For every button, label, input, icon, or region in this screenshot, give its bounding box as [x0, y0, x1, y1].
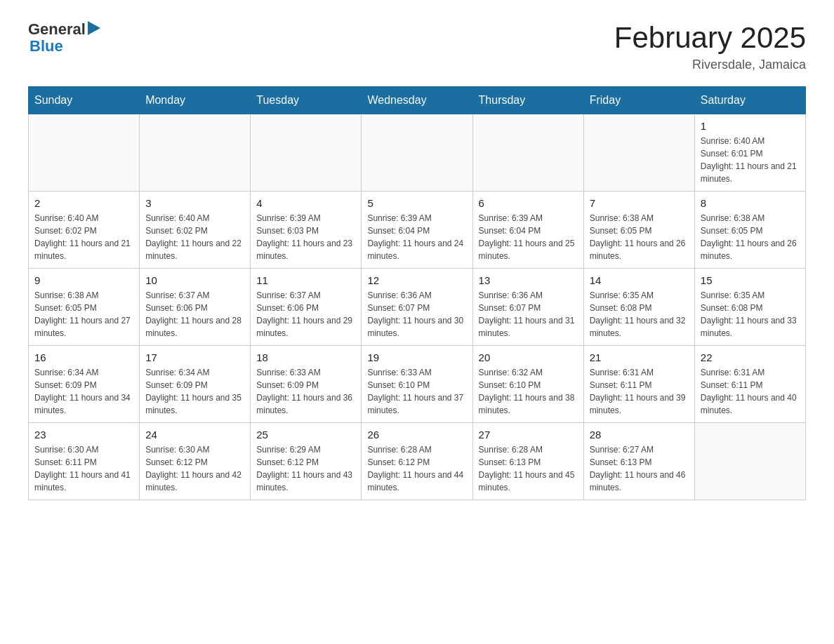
calendar-cell: 21Sunrise: 6:31 AMSunset: 6:11 PMDayligh…	[583, 346, 694, 423]
calendar-cell	[583, 114, 694, 192]
day-number: 10	[145, 274, 244, 286]
day-number: 24	[145, 429, 244, 441]
day-number: 1	[701, 120, 800, 132]
calendar-cell: 9Sunrise: 6:38 AMSunset: 6:05 PMDaylight…	[29, 269, 140, 346]
calendar-cell: 6Sunrise: 6:39 AMSunset: 6:04 PMDaylight…	[472, 192, 583, 269]
week-row-4: 16Sunrise: 6:34 AMSunset: 6:09 PMDayligh…	[29, 346, 806, 423]
calendar-cell: 11Sunrise: 6:37 AMSunset: 6:06 PMDayligh…	[251, 269, 362, 346]
calendar-cell: 10Sunrise: 6:37 AMSunset: 6:06 PMDayligh…	[140, 269, 251, 346]
day-info: Sunrise: 6:31 AMSunset: 6:11 PMDaylight:…	[590, 366, 689, 417]
day-info: Sunrise: 6:38 AMSunset: 6:05 PMDaylight:…	[34, 289, 133, 340]
calendar-cell: 28Sunrise: 6:27 AMSunset: 6:13 PMDayligh…	[583, 423, 694, 500]
day-info: Sunrise: 6:39 AMSunset: 6:04 PMDaylight:…	[367, 212, 466, 262]
calendar-cell: 12Sunrise: 6:36 AMSunset: 6:07 PMDayligh…	[362, 269, 472, 346]
day-info: Sunrise: 6:35 AMSunset: 6:08 PMDaylight:…	[590, 289, 689, 340]
day-header-saturday: Saturday	[694, 87, 805, 114]
day-info: Sunrise: 6:40 AMSunset: 6:02 PMDaylight:…	[145, 212, 244, 262]
day-info: Sunrise: 6:34 AMSunset: 6:09 PMDaylight:…	[34, 366, 133, 417]
calendar-cell: 26Sunrise: 6:28 AMSunset: 6:12 PMDayligh…	[362, 423, 472, 500]
day-number: 17	[145, 351, 244, 363]
day-info: Sunrise: 6:28 AMSunset: 6:12 PMDaylight:…	[367, 443, 466, 494]
day-number: 16	[34, 351, 133, 363]
day-number: 2	[34, 197, 133, 209]
page-header: General Blue February 2025 Riversdale, J…	[28, 21, 806, 72]
calendar-cell: 1Sunrise: 6:40 AMSunset: 6:01 PMDaylight…	[694, 114, 805, 192]
day-info: Sunrise: 6:29 AMSunset: 6:12 PMDaylight:…	[256, 443, 355, 494]
day-number: 23	[34, 429, 133, 441]
month-title: February 2025	[614, 21, 806, 55]
day-number: 5	[367, 197, 466, 209]
day-info: Sunrise: 6:35 AMSunset: 6:08 PMDaylight:…	[701, 289, 800, 340]
calendar-cell	[140, 114, 251, 192]
day-number: 22	[701, 351, 800, 363]
day-info: Sunrise: 6:30 AMSunset: 6:11 PMDaylight:…	[34, 443, 133, 494]
logo-blue-text: Blue	[29, 38, 100, 55]
day-number: 26	[367, 429, 466, 441]
day-info: Sunrise: 6:37 AMSunset: 6:06 PMDaylight:…	[256, 289, 355, 340]
calendar-cell: 13Sunrise: 6:36 AMSunset: 6:07 PMDayligh…	[472, 269, 583, 346]
day-number: 18	[256, 351, 355, 363]
calendar-cell: 27Sunrise: 6:28 AMSunset: 6:13 PMDayligh…	[472, 423, 583, 500]
day-number: 14	[590, 274, 689, 286]
week-row-1: 1Sunrise: 6:40 AMSunset: 6:01 PMDaylight…	[29, 114, 806, 192]
day-header-tuesday: Tuesday	[251, 87, 362, 114]
calendar-cell: 15Sunrise: 6:35 AMSunset: 6:08 PMDayligh…	[694, 269, 805, 346]
day-number: 3	[145, 197, 244, 209]
day-info: Sunrise: 6:38 AMSunset: 6:05 PMDaylight:…	[701, 212, 800, 262]
calendar-cell: 20Sunrise: 6:32 AMSunset: 6:10 PMDayligh…	[472, 346, 583, 423]
day-info: Sunrise: 6:33 AMSunset: 6:10 PMDaylight:…	[367, 366, 466, 417]
logo-arrow-icon	[88, 21, 100, 35]
calendar-cell: 2Sunrise: 6:40 AMSunset: 6:02 PMDaylight…	[29, 192, 140, 269]
calendar-cell: 14Sunrise: 6:35 AMSunset: 6:08 PMDayligh…	[583, 269, 694, 346]
calendar-cell: 5Sunrise: 6:39 AMSunset: 6:04 PMDaylight…	[362, 192, 472, 269]
day-number: 8	[701, 197, 800, 209]
svg-marker-0	[88, 21, 100, 35]
week-row-2: 2Sunrise: 6:40 AMSunset: 6:02 PMDaylight…	[29, 192, 806, 269]
calendar-cell: 24Sunrise: 6:30 AMSunset: 6:12 PMDayligh…	[140, 423, 251, 500]
day-number: 9	[34, 274, 133, 286]
day-info: Sunrise: 6:31 AMSunset: 6:11 PMDaylight:…	[701, 366, 800, 417]
day-number: 6	[479, 197, 578, 209]
day-info: Sunrise: 6:40 AMSunset: 6:01 PMDaylight:…	[701, 135, 800, 185]
calendar-cell: 19Sunrise: 6:33 AMSunset: 6:10 PMDayligh…	[362, 346, 472, 423]
day-number: 4	[256, 197, 355, 209]
calendar-cell: 23Sunrise: 6:30 AMSunset: 6:11 PMDayligh…	[29, 423, 140, 500]
calendar-cell: 7Sunrise: 6:38 AMSunset: 6:05 PMDaylight…	[583, 192, 694, 269]
day-info: Sunrise: 6:30 AMSunset: 6:12 PMDaylight:…	[145, 443, 244, 494]
day-number: 19	[367, 351, 466, 363]
day-info: Sunrise: 6:32 AMSunset: 6:10 PMDaylight:…	[479, 366, 578, 417]
title-section: February 2025 Riversdale, Jamaica	[614, 21, 806, 72]
day-number: 12	[367, 274, 466, 286]
day-header-monday: Monday	[140, 87, 251, 114]
day-info: Sunrise: 6:36 AMSunset: 6:07 PMDaylight:…	[367, 289, 466, 340]
day-number: 28	[590, 429, 689, 441]
week-row-5: 23Sunrise: 6:30 AMSunset: 6:11 PMDayligh…	[29, 423, 806, 500]
day-info: Sunrise: 6:33 AMSunset: 6:09 PMDaylight:…	[256, 366, 355, 417]
day-header-sunday: Sunday	[29, 87, 140, 114]
day-info: Sunrise: 6:28 AMSunset: 6:13 PMDaylight:…	[479, 443, 578, 494]
day-number: 27	[479, 429, 578, 441]
day-info: Sunrise: 6:34 AMSunset: 6:09 PMDaylight:…	[145, 366, 244, 417]
calendar-cell	[472, 114, 583, 192]
calendar-cell: 16Sunrise: 6:34 AMSunset: 6:09 PMDayligh…	[29, 346, 140, 423]
calendar-cell	[362, 114, 472, 192]
location-text: Riversdale, Jamaica	[614, 58, 806, 72]
day-number: 21	[590, 351, 689, 363]
calendar-table: SundayMondayTuesdayWednesdayThursdayFrid…	[28, 86, 806, 500]
calendar-cell: 4Sunrise: 6:39 AMSunset: 6:03 PMDaylight…	[251, 192, 362, 269]
day-info: Sunrise: 6:39 AMSunset: 6:04 PMDaylight:…	[479, 212, 578, 262]
day-info: Sunrise: 6:37 AMSunset: 6:06 PMDaylight:…	[145, 289, 244, 340]
calendar-cell: 8Sunrise: 6:38 AMSunset: 6:05 PMDaylight…	[694, 192, 805, 269]
calendar-cell: 18Sunrise: 6:33 AMSunset: 6:09 PMDayligh…	[251, 346, 362, 423]
day-info: Sunrise: 6:38 AMSunset: 6:05 PMDaylight:…	[590, 212, 689, 262]
day-info: Sunrise: 6:39 AMSunset: 6:03 PMDaylight:…	[256, 212, 355, 262]
day-number: 20	[479, 351, 578, 363]
day-number: 15	[701, 274, 800, 286]
calendar-header-row: SundayMondayTuesdayWednesdayThursdayFrid…	[29, 87, 806, 114]
day-info: Sunrise: 6:40 AMSunset: 6:02 PMDaylight:…	[34, 212, 133, 262]
day-number: 11	[256, 274, 355, 286]
calendar-cell: 22Sunrise: 6:31 AMSunset: 6:11 PMDayligh…	[694, 346, 805, 423]
week-row-3: 9Sunrise: 6:38 AMSunset: 6:05 PMDaylight…	[29, 269, 806, 346]
day-number: 25	[256, 429, 355, 441]
day-info: Sunrise: 6:27 AMSunset: 6:13 PMDaylight:…	[590, 443, 689, 494]
